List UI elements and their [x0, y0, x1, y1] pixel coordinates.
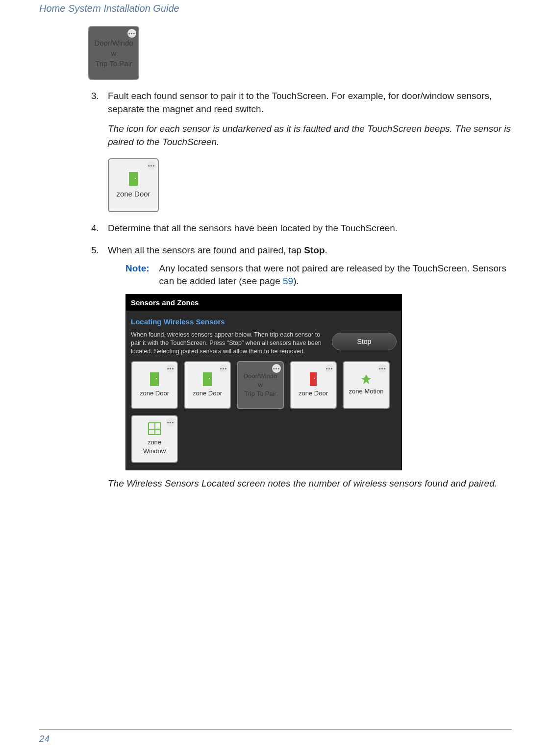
screen-subtitle: Locating Wireless Sensors [126, 311, 401, 328]
tile-line: w [111, 48, 117, 58]
door-icon [150, 372, 159, 386]
tile-line: Window [143, 447, 166, 456]
tile-label: zone Motion [349, 387, 384, 396]
tile-label: zone Door [299, 389, 328, 398]
tile-label: zone Door [116, 189, 150, 199]
motion-icon [361, 374, 371, 384]
note-label: Note: [125, 262, 150, 288]
tile-line: Door/Windo [94, 38, 133, 48]
tile-label: zone Door [193, 389, 222, 398]
step-suffix: . [325, 245, 327, 255]
tile-menu-icon: ••• [127, 29, 136, 38]
door-open-icon [310, 372, 317, 386]
sensor-tile-zone-door: ••• zone Door [108, 158, 159, 212]
tile-menu-icon[interactable]: ••• [378, 364, 387, 373]
step-text: When all the sensors are found and paire… [108, 245, 327, 255]
note-body: Any located sensors that were not paired… [159, 262, 512, 288]
tile-label: zone Door [140, 389, 169, 398]
window-icon [148, 422, 161, 435]
tile-line: Trip To Pair [95, 58, 132, 69]
step-result: The icon for each sensor is undarkened a… [108, 122, 512, 148]
tile-line: zone [148, 438, 161, 447]
note-block: Note: Any located sensors that were not … [125, 262, 512, 288]
tile-menu-icon: ••• [147, 161, 156, 170]
tile-menu-icon[interactable]: ••• [272, 364, 281, 373]
note-prefix: Any located sensors that were not paired… [159, 263, 506, 287]
sensor-tile-zone-motion[interactable]: ••• zone Motion [343, 361, 390, 409]
tile-menu-icon[interactable]: ••• [166, 418, 175, 427]
door-icon [129, 172, 138, 186]
footer-rule [39, 729, 512, 730]
document-header: Home System Installation Guide [39, 0, 512, 14]
tile-line: Trip To Pair [244, 390, 276, 398]
step-text: Determine that all the sensors have been… [108, 223, 398, 233]
step-text: Fault each found sensor to pair it to th… [108, 91, 492, 114]
page-link[interactable]: 59 [283, 276, 293, 286]
sensor-tile-zone-door-open[interactable]: ••• zone Door [290, 361, 337, 409]
figure-caption: The Wireless Sensors Located screen note… [108, 477, 512, 490]
screen-title: Sensors and Zones [126, 294, 401, 311]
sensor-tile-zone-door[interactable]: ••• zone Door [184, 361, 231, 409]
step-5: When all the sensors are found and paire… [88, 244, 512, 490]
figure-unpaired-tile: ••• Door/Windo w Trip To Pair [88, 26, 512, 80]
page-number: 24 [39, 733, 50, 744]
screen-help-text: When found, wireless sensors appear belo… [131, 331, 325, 356]
sensor-tile-zone-door[interactable]: ••• zone Door [131, 361, 178, 409]
tile-menu-icon[interactable]: ••• [166, 364, 175, 373]
sensor-tile-zone-window[interactable]: ••• zone Window [131, 415, 178, 463]
sensor-tile-door-window-unpaired[interactable]: ••• Door/Windo w Trip To Pair [237, 361, 284, 409]
tile-menu-icon[interactable]: ••• [325, 364, 334, 373]
tile-line: w [258, 381, 262, 390]
step-prefix: When all the sensors are found and paire… [108, 245, 304, 255]
tile-menu-icon[interactable]: ••• [219, 364, 228, 373]
stop-word: Stop [304, 245, 325, 255]
sensor-tile-grid: ••• zone Door ••• zone Door ••• [131, 361, 397, 463]
stop-button[interactable]: Stop [332, 333, 397, 350]
step-4: Determine that all the sensors have been… [88, 222, 512, 235]
sensor-tile-door-window-unpaired: ••• Door/Windo w Trip To Pair [88, 26, 139, 80]
touchscreen-sensors-zones: Sensors and Zones Locating Wireless Sens… [125, 294, 402, 471]
step-3: Fault each found sensor to pair it to th… [88, 90, 512, 212]
figure-paired-tile: ••• zone Door [108, 158, 512, 212]
note-suffix: ). [293, 276, 299, 286]
tile-line: Door/Windo [244, 372, 277, 381]
door-icon [203, 372, 212, 386]
